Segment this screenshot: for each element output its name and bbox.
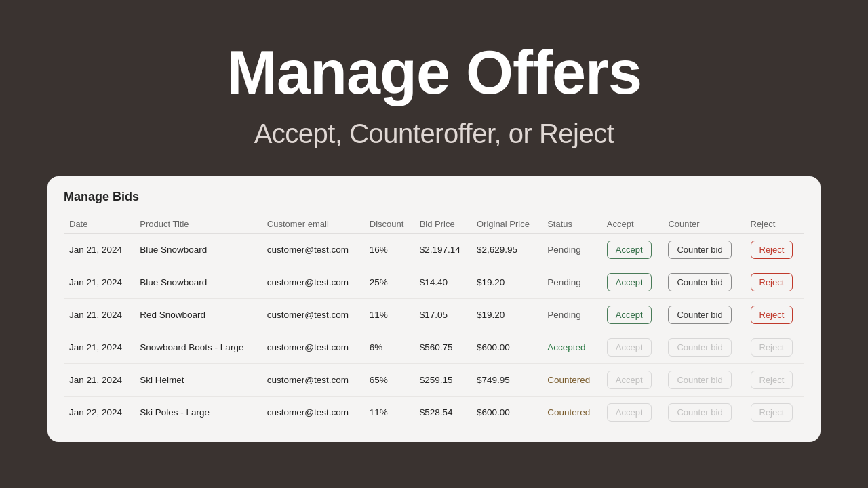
cell-customer-email: customer@test.com xyxy=(262,331,364,363)
col-discount: Discount xyxy=(364,215,414,234)
cell-product-title: Ski Helmet xyxy=(134,363,261,396)
accept-button: Accept xyxy=(607,403,652,422)
col-status: Status xyxy=(542,215,601,234)
cell-date: Jan 21, 2024 xyxy=(64,298,134,331)
cell-customer-email: customer@test.com xyxy=(262,233,364,266)
cell-product-title: Red Snowboard xyxy=(134,298,261,331)
cell-bid-price: $14.40 xyxy=(414,266,471,298)
counter-bid-button: Counter bid xyxy=(668,371,731,389)
counter-bid-button: Counter bid xyxy=(668,338,731,357)
cell-discount: 11% xyxy=(364,298,414,331)
accept-button[interactable]: Accept xyxy=(607,306,652,324)
cell-accept-action[interactable]: Accept xyxy=(601,266,663,298)
table-row: Jan 21, 2024 Snowboard Boots - Large cus… xyxy=(64,331,804,363)
accept-button[interactable]: Accept xyxy=(607,241,652,259)
reject-button[interactable]: Reject xyxy=(751,306,793,324)
table-row: Jan 22, 2024 Ski Poles - Large customer@… xyxy=(64,396,804,428)
reject-button: Reject xyxy=(751,371,793,389)
cell-product-title: Blue Snowboard xyxy=(134,266,261,298)
page-subtitle: Accept, Counteroffer, or Reject xyxy=(226,119,642,149)
counter-bid-button[interactable]: Counter bid xyxy=(668,241,731,259)
cell-counter-action[interactable]: Counter bid xyxy=(663,233,745,266)
cell-reject-action: Reject xyxy=(745,396,805,428)
cell-customer-email: customer@test.com xyxy=(262,266,364,298)
page-title: Manage Offers xyxy=(226,41,642,105)
cell-original-price: $600.00 xyxy=(471,331,542,363)
accept-button[interactable]: Accept xyxy=(607,273,652,291)
cell-bid-price: $17.05 xyxy=(414,298,471,331)
table-row: Jan 21, 2024 Blue Snowboard customer@tes… xyxy=(64,266,804,298)
cell-accept-action: Accept xyxy=(601,363,663,396)
table-row: Jan 21, 2024 Red Snowboard customer@test… xyxy=(64,298,804,331)
cell-counter-action: Counter bid xyxy=(663,396,745,428)
cell-date: Jan 21, 2024 xyxy=(64,363,134,396)
cell-customer-email: customer@test.com xyxy=(262,298,364,331)
cell-original-price: $19.20 xyxy=(471,266,542,298)
cell-discount: 65% xyxy=(364,363,414,396)
cell-discount: 25% xyxy=(364,266,414,298)
table-container: Manage Bids Date Product Title Customer … xyxy=(47,176,821,442)
cell-status: Pending xyxy=(542,233,601,266)
cell-counter-action: Counter bid xyxy=(663,331,745,363)
bids-table: Date Product Title Customer email Discou… xyxy=(64,215,804,428)
cell-status: Countered xyxy=(542,396,601,428)
cell-counter-action: Counter bid xyxy=(663,363,745,396)
cell-date: Jan 21, 2024 xyxy=(64,233,134,266)
cell-bid-price: $2,197.14 xyxy=(414,233,471,266)
col-accept: Accept xyxy=(601,215,663,234)
cell-bid-price: $560.75 xyxy=(414,331,471,363)
cell-accept-action: Accept xyxy=(601,331,663,363)
table-section-title: Manage Bids xyxy=(64,190,804,204)
reject-button: Reject xyxy=(751,338,793,357)
reject-button[interactable]: Reject xyxy=(751,273,793,291)
cell-discount: 6% xyxy=(364,331,414,363)
counter-bid-button: Counter bid xyxy=(668,403,731,422)
col-product-title: Product Title xyxy=(134,215,261,234)
cell-bid-price: $259.15 xyxy=(414,363,471,396)
cell-date: Jan 21, 2024 xyxy=(64,266,134,298)
cell-customer-email: customer@test.com xyxy=(262,396,364,428)
reject-button[interactable]: Reject xyxy=(751,241,793,259)
cell-original-price: $749.95 xyxy=(471,363,542,396)
hero-section: Manage Offers Accept, Counteroffer, or R… xyxy=(226,0,642,169)
accept-button: Accept xyxy=(607,338,652,357)
cell-status: Countered xyxy=(542,363,601,396)
cell-product-title: Ski Poles - Large xyxy=(134,396,261,428)
cell-status: Pending xyxy=(542,266,601,298)
col-counter: Counter xyxy=(663,215,745,234)
reject-button: Reject xyxy=(751,403,793,422)
cell-accept-action[interactable]: Accept xyxy=(601,298,663,331)
cell-reject-action[interactable]: Reject xyxy=(745,233,805,266)
col-reject: Reject xyxy=(745,215,805,234)
counter-bid-button[interactable]: Counter bid xyxy=(668,306,731,324)
counter-bid-button[interactable]: Counter bid xyxy=(668,273,731,291)
col-bid-price: Bid Price xyxy=(414,215,471,234)
table-row: Jan 21, 2024 Blue Snowboard customer@tes… xyxy=(64,233,804,266)
cell-counter-action[interactable]: Counter bid xyxy=(663,298,745,331)
cell-date: Jan 22, 2024 xyxy=(64,396,134,428)
cell-product-title: Snowboard Boots - Large xyxy=(134,331,261,363)
table-header-row: Date Product Title Customer email Discou… xyxy=(64,215,804,234)
cell-accept-action[interactable]: Accept xyxy=(601,233,663,266)
cell-product-title: Blue Snowboard xyxy=(134,233,261,266)
cell-bid-price: $528.54 xyxy=(414,396,471,428)
cell-reject-action: Reject xyxy=(745,363,805,396)
cell-discount: 11% xyxy=(364,396,414,428)
accept-button: Accept xyxy=(607,371,652,389)
cell-discount: 16% xyxy=(364,233,414,266)
table-row: Jan 21, 2024 Ski Helmet customer@test.co… xyxy=(64,363,804,396)
cell-status: Pending xyxy=(542,298,601,331)
col-date: Date xyxy=(64,215,134,234)
cell-reject-action[interactable]: Reject xyxy=(745,266,805,298)
col-original-price: Original Price xyxy=(471,215,542,234)
cell-original-price: $2,629.95 xyxy=(471,233,542,266)
cell-status: Accepted xyxy=(542,331,601,363)
cell-original-price: $600.00 xyxy=(471,396,542,428)
cell-date: Jan 21, 2024 xyxy=(64,331,134,363)
cell-accept-action: Accept xyxy=(601,396,663,428)
cell-reject-action[interactable]: Reject xyxy=(745,298,805,331)
cell-reject-action: Reject xyxy=(745,331,805,363)
cell-counter-action[interactable]: Counter bid xyxy=(663,266,745,298)
cell-original-price: $19.20 xyxy=(471,298,542,331)
col-customer-email: Customer email xyxy=(262,215,364,234)
